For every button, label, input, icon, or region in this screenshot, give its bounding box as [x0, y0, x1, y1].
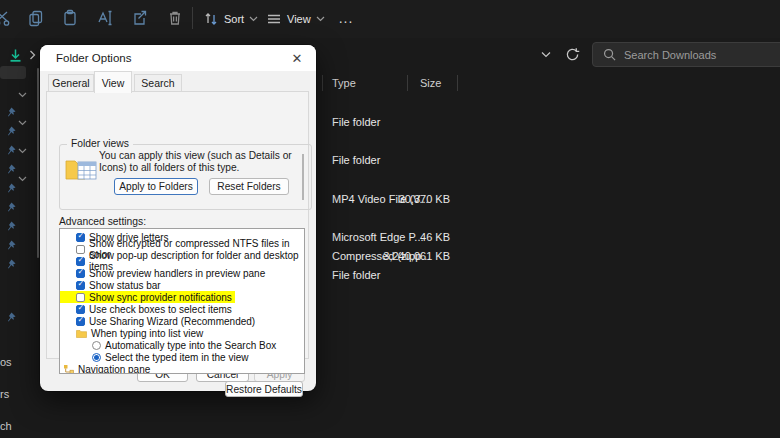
checkbox[interactable] [76, 257, 85, 266]
search-input[interactable]: Search Downloads [592, 42, 780, 67]
column-separator[interactable] [407, 75, 408, 91]
list-item-label: Use check boxes to select items [89, 304, 232, 315]
view-icon [266, 11, 282, 27]
chevron-down-icon[interactable] [18, 84, 27, 90]
list-item-label: Navigation pane [78, 364, 150, 375]
checkbox[interactable] [76, 233, 85, 242]
list-item[interactable]: When typing into list view [60, 327, 203, 339]
list-item[interactable]: Show pop-up description for folder and d… [60, 255, 304, 267]
column-header-size[interactable]: Size [420, 77, 441, 89]
checkbox[interactable] [76, 281, 85, 290]
file-row-size[interactable]: 46 KB [350, 231, 450, 243]
search-placeholder: Search Downloads [624, 49, 716, 61]
delete-icon[interactable] [166, 9, 184, 27]
more-options-button[interactable]: ... [334, 4, 358, 32]
checkbox[interactable] [76, 245, 85, 254]
folder-icon [76, 329, 87, 338]
address-dropdown-icon[interactable] [541, 51, 551, 58]
column-separator[interactable] [457, 75, 458, 91]
sort-button[interactable]: Sort [203, 0, 258, 38]
file-row-size[interactable]: 30,370 KB [350, 193, 450, 205]
chevron-down-icon[interactable] [18, 112, 27, 118]
pin-icon [6, 122, 16, 132]
folder-view-icon [65, 156, 97, 182]
share-icon[interactable] [131, 9, 149, 27]
chevron-down-icon[interactable] [18, 168, 27, 174]
breadcrumb[interactable] [8, 44, 36, 66]
downloads-icon [8, 48, 23, 63]
copy-icon[interactable] [27, 9, 45, 27]
reset-folders-button[interactable]: Reset Folders [209, 178, 289, 195]
tab-label: View [102, 77, 125, 89]
list-item[interactable]: Automatically type into the Search Box [60, 339, 276, 351]
refresh-icon[interactable] [565, 47, 580, 62]
navigation-pane-icon [63, 364, 74, 374]
pin-icon [6, 308, 16, 318]
list-item-label: Show sync provider notifications [89, 292, 232, 303]
radio-button[interactable] [92, 341, 101, 350]
folder-views-label: Folder views [67, 138, 133, 149]
list-group-item[interactable]: Navigation pane [60, 363, 150, 374]
checkbox[interactable] [76, 293, 85, 302]
apply-to-folders-button[interactable]: Apply to Folders [114, 178, 198, 195]
radio-button[interactable] [92, 353, 101, 362]
tab-label: General [52, 77, 89, 89]
list-item-label: Show status bar [89, 280, 161, 291]
file-row-type[interactable]: File folder [332, 269, 442, 281]
tab-page-panel: Folder views You can apply this view (su… [46, 91, 309, 359]
pin-icon [6, 198, 16, 208]
breadcrumb-chevron-icon [29, 50, 36, 60]
list-scrollbar[interactable] [302, 154, 304, 200]
sidebar-item-label[interactable]: ch [0, 420, 12, 432]
list-item[interactable]: Select the typed item in the view [60, 351, 248, 363]
pin-icon [6, 236, 16, 246]
file-row-type[interactable]: File folder [332, 154, 442, 166]
command-toolbar: Sort View ... [0, 0, 780, 38]
column-header-type[interactable]: Type [332, 77, 356, 89]
view-label: View [287, 13, 311, 25]
list-item-label: Automatically type into the Search Box [105, 340, 276, 351]
pin-icon [6, 217, 16, 227]
view-button[interactable]: View [266, 0, 325, 38]
list-item[interactable]: Use Sharing Wizard (Recommended) [60, 315, 255, 327]
tab-general[interactable]: General [48, 74, 94, 92]
folder-views-description: You can apply this view (such as Details… [99, 150, 307, 174]
list-item-highlighted[interactable]: Show sync provider notifications [60, 291, 235, 303]
paste-icon[interactable] [61, 9, 79, 27]
chevron-down-icon [316, 16, 325, 22]
tab-view[interactable]: View [94, 71, 132, 93]
sort-label: Sort [224, 13, 244, 25]
list-item[interactable]: Use check boxes to select items [60, 303, 232, 315]
list-item-label: Show preview handlers in preview pane [89, 268, 265, 279]
restore-defaults-button[interactable]: Restore Defaults [225, 381, 303, 397]
advanced-settings-list[interactable]: Show drive letters Show encrypted or com… [59, 228, 305, 374]
sidebar-item-label[interactable]: rs [0, 388, 9, 400]
sidebar-scrollbar[interactable] [37, 68, 39, 258]
sidebar-item-label[interactable]: os [0, 356, 12, 368]
tab-label: Search [141, 77, 174, 89]
checkbox[interactable] [76, 305, 85, 314]
column-separator[interactable] [322, 75, 323, 91]
file-explorer-window: Sort View ... [0, 0, 780, 438]
chevron-down-icon [249, 16, 258, 22]
sidebar-item-hover[interactable] [0, 66, 26, 79]
rename-icon[interactable] [96, 9, 114, 27]
list-item[interactable]: Show status bar [60, 279, 161, 291]
checkbox[interactable] [76, 317, 85, 326]
chevron-down-icon[interactable] [18, 140, 27, 146]
list-item[interactable]: Show preview handlers in preview pane [60, 267, 265, 279]
list-item-label: When typing into list view [91, 328, 203, 339]
address-bar-controls [510, 42, 586, 67]
sort-icon [203, 11, 219, 27]
list-item-label: Use Sharing Wizard (Recommended) [89, 316, 255, 327]
pin-icon [6, 179, 16, 189]
folder-options-dialog: Folder Options ✕ General View Search Fol… [40, 45, 316, 391]
close-icon[interactable]: ✕ [286, 49, 308, 67]
search-icon [603, 48, 616, 61]
checkbox[interactable] [76, 269, 85, 278]
file-row-type[interactable]: File folder [332, 116, 442, 128]
tab-search[interactable]: Search [134, 74, 182, 92]
pin-icon [6, 103, 16, 113]
file-row-size[interactable]: 3,240,061 KB [350, 250, 450, 262]
cut-icon[interactable] [0, 9, 11, 27]
